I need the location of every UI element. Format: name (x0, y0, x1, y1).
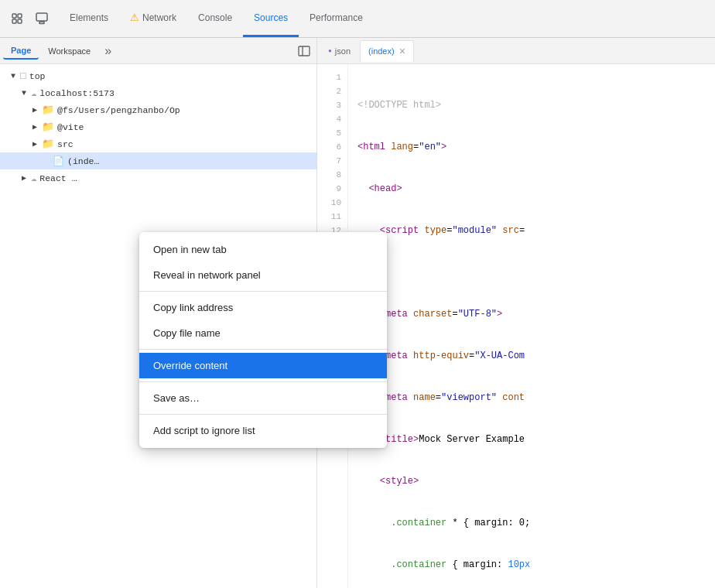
svg-rect-3 (18, 19, 22, 23)
console-label: Console (198, 12, 232, 23)
folder-icon: □ (20, 70, 26, 82)
tree-item-react[interactable]: ▶ ☁ React … (0, 169, 316, 186)
arrow-icon: ▶ (29, 139, 40, 149)
svg-rect-7 (299, 46, 310, 56)
cloud-icon: ☁ (31, 87, 36, 99)
warning-icon: ⚠ (130, 12, 139, 23)
editor-tabs: ● json (index) × (317, 38, 715, 64)
top-toolbar: Elements ⚠ Network Console Sources Perfo… (0, 0, 715, 38)
editor-tab-index[interactable]: (index) × (360, 40, 414, 62)
performance-label: Performance (310, 12, 363, 23)
tree-item-fs[interactable]: ▶ 📁 @fs/Users/pengzhanbo/Op (0, 101, 316, 118)
tree-label-index: (inde… (67, 156, 99, 166)
arrow-icon: ▶ (29, 122, 40, 132)
tree-label-vite: @vite (57, 122, 84, 132)
svg-rect-1 (18, 14, 22, 18)
tree-item-src[interactable]: ▶ 📁 src (0, 135, 316, 152)
ctx-copy-filename[interactable]: Copy file name (139, 320, 387, 346)
inspect-icon[interactable] (31, 8, 53, 29)
sidebar-toggle-icon[interactable] (295, 42, 313, 60)
index-tab-label: (index) (368, 46, 395, 56)
svg-rect-0 (12, 14, 16, 18)
tab-performance[interactable]: Performance (299, 0, 374, 37)
json-tab-label: json (335, 46, 351, 56)
context-menu: Open in new tab Reveal in network panel … (139, 232, 387, 448)
tree-item-localhost[interactable]: ▼ ☁ localhost:5173 (0, 84, 316, 101)
tab-workspace[interactable]: Workspace (40, 43, 98, 59)
arrow-icon: ▶ (29, 105, 40, 115)
ctx-add-ignore[interactable]: Add script to ignore list (139, 418, 387, 443)
ctx-reveal-network[interactable]: Reveal in network panel (139, 262, 387, 288)
tab-console[interactable]: Console (187, 0, 243, 37)
arrow-icon: ▶ (19, 173, 29, 183)
ctx-open-new-tab[interactable]: Open in new tab (139, 237, 387, 262)
main-tabs: Elements ⚠ Network Console Sources Perfo… (59, 0, 374, 37)
ctx-divider-3 (139, 381, 387, 382)
tab-network[interactable]: ⚠ Network (119, 0, 187, 37)
tree-item-index[interactable]: 📄 (inde… (0, 152, 316, 169)
code-content[interactable]: <!DOCTYPE html> <html lang="en"> <head> … (348, 64, 715, 588)
file-icon: 📄 (53, 156, 64, 167)
ctx-copy-link[interactable]: Copy link address (139, 295, 387, 320)
arrow-icon: ▼ (8, 72, 19, 80)
more-tabs-button[interactable]: » (101, 43, 115, 60)
tree-item-vite[interactable]: ▶ 📁 @vite (0, 118, 316, 135)
folder-icon: 📁 (42, 104, 54, 116)
tree-label-localhost: localhost:5173 (39, 88, 115, 98)
close-tab-icon[interactable]: × (399, 45, 405, 57)
secondary-tabbar: Page Workspace » (0, 38, 316, 64)
svg-rect-5 (39, 22, 44, 24)
tree-label-top: top (29, 71, 46, 81)
sources-label: Sources (254, 12, 288, 23)
arrow-icon: ▼ (19, 89, 29, 97)
elements-label: Elements (70, 12, 108, 23)
folder-icon: 📁 (42, 121, 54, 133)
tree-label-src: src (57, 139, 74, 149)
svg-rect-2 (12, 19, 16, 23)
cursor-icon[interactable] (6, 8, 28, 29)
dot-icon: ● (328, 47, 332, 54)
editor-tab-json[interactable]: ● json (320, 40, 358, 62)
tree-item-top[interactable]: ▼ □ top (0, 67, 316, 84)
tab-elements[interactable]: Elements (59, 0, 119, 37)
network-label: Network (142, 12, 176, 23)
ctx-save-as[interactable]: Save as… (139, 385, 387, 411)
ctx-override-content[interactable]: Override content (139, 353, 387, 378)
tab-page[interactable]: Page (3, 43, 39, 60)
cloud-icon: ☁ (31, 173, 36, 184)
ctx-divider-4 (139, 414, 387, 415)
svg-rect-4 (36, 13, 47, 21)
ctx-divider-2 (139, 349, 387, 350)
tree-label-react: React … (39, 173, 77, 183)
tree-label-fs: @fs/Users/pengzhanbo/Op (57, 105, 180, 115)
ctx-divider-1 (139, 291, 387, 292)
folder-icon: 📁 (42, 138, 54, 150)
tab-sources[interactable]: Sources (243, 0, 299, 37)
